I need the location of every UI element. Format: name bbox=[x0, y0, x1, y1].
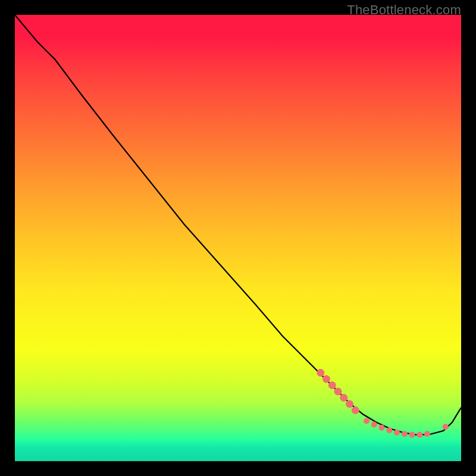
chart-marker bbox=[409, 432, 415, 438]
chart-marker bbox=[416, 432, 422, 438]
chart-marker bbox=[328, 381, 336, 389]
chart-marker bbox=[352, 406, 359, 414]
chart-container: TheBottleneck.com bbox=[0, 0, 476, 476]
chart-marker bbox=[443, 424, 449, 430]
chart-marker bbox=[371, 422, 377, 428]
chart-markers bbox=[317, 369, 449, 438]
chart-marker bbox=[346, 400, 353, 408]
chart-marker bbox=[364, 418, 369, 424]
chart-marker bbox=[334, 388, 342, 396]
chart-svg bbox=[15, 15, 461, 461]
chart-marker bbox=[317, 369, 324, 377]
chart-marker bbox=[379, 425, 385, 431]
chart-marker bbox=[386, 427, 392, 433]
chart-marker bbox=[424, 431, 430, 437]
bottleneck-curve bbox=[15, 15, 461, 435]
chart-marker bbox=[322, 375, 330, 383]
chart-marker bbox=[340, 394, 347, 402]
watermark-text: TheBottleneck.com bbox=[347, 2, 461, 18]
chart-marker bbox=[394, 430, 400, 436]
chart-marker bbox=[402, 431, 408, 437]
